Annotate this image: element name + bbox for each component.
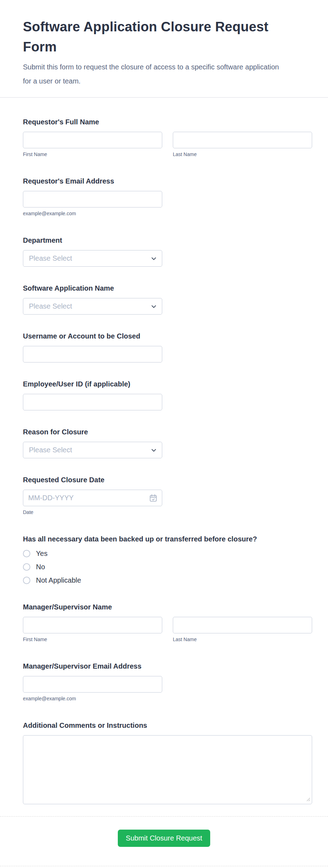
radio-label: No (36, 563, 45, 571)
manager-email-input[interactable] (23, 676, 162, 693)
field-requested-closure-date: Requested Closure Date Date (23, 475, 312, 515)
chevron-down-icon (151, 255, 157, 262)
form-header: Software Application Closure Request For… (0, 0, 328, 98)
username-account-input[interactable] (23, 346, 162, 362)
date-sublabel: Date (23, 509, 312, 515)
requestor-email-input[interactable] (23, 191, 162, 207)
field-employee-user-id: Employee/User ID (if applicable) (23, 379, 312, 410)
radio-label: Not Applicable (36, 576, 81, 584)
email-example-sublabel: example@example.com (23, 695, 312, 702)
field-label: Manager/Supervisor Email Address (23, 661, 312, 671)
field-manager-name: Manager/Supervisor Name First Name Last … (23, 602, 312, 643)
field-requestor-full-name: Requestor's Full Name First Name Last Na… (23, 117, 312, 157)
radio-option-no[interactable]: No (23, 560, 312, 574)
field-label: Has all necessary data been backed up or… (23, 534, 312, 544)
radio-label: Yes (36, 550, 48, 558)
field-label: Manager/Supervisor Name (23, 602, 312, 612)
page-title: Software Application Closure Request For… (23, 17, 302, 57)
chevron-down-icon (151, 303, 157, 310)
manager-last-name-input[interactable] (173, 617, 312, 633)
field-reason-for-closure: Reason for Closure Please Select (23, 427, 312, 458)
field-label: Username or Account to be Closed (23, 331, 312, 341)
select-placeholder: Please Select (29, 446, 72, 454)
email-example-sublabel: example@example.com (23, 210, 312, 217)
field-label: Department (23, 235, 312, 245)
date-input[interactable] (23, 490, 162, 506)
department-select[interactable]: Please Select (23, 250, 162, 267)
chevron-down-icon (151, 447, 157, 453)
field-label: Requestor's Full Name (23, 117, 312, 127)
field-username-account: Username or Account to be Closed (23, 331, 312, 362)
form-body: Requestor's Full Name First Name Last Na… (0, 98, 328, 816)
last-name-sublabel: Last Name (173, 636, 312, 643)
software-application-select[interactable]: Please Select (23, 298, 162, 315)
calendar-icon[interactable] (149, 494, 158, 502)
page-subtitle: Submit this form to request the closure … (23, 60, 286, 88)
radio-group: Yes No Not Applicable (23, 547, 312, 587)
radio-option-yes[interactable]: Yes (23, 547, 312, 560)
field-requestor-email: Requestor's Email Address example@exampl… (23, 176, 312, 217)
radio-option-not-applicable[interactable]: Not Applicable (23, 574, 312, 587)
field-software-application-name: Software Application Name Please Select (23, 283, 312, 315)
field-label: Software Application Name (23, 283, 312, 293)
employee-user-id-input[interactable] (23, 394, 162, 410)
form-page: Software Application Closure Request For… (0, 0, 328, 866)
field-manager-email: Manager/Supervisor Email Address example… (23, 661, 312, 702)
select-placeholder: Please Select (29, 254, 72, 262)
field-label: Employee/User ID (if applicable) (23, 379, 312, 389)
field-data-backup-radio-group: Has all necessary data been backed up or… (23, 534, 312, 587)
field-label: Requestor's Email Address (23, 176, 312, 186)
field-label: Requested Closure Date (23, 475, 312, 485)
manager-first-name-input[interactable] (23, 617, 162, 633)
field-label: Reason for Closure (23, 427, 312, 437)
radio-circle[interactable] (23, 577, 30, 584)
field-department: Department Please Select (23, 235, 312, 267)
last-name-sublabel: Last Name (173, 151, 312, 157)
first-name-sublabel: First Name (23, 151, 162, 157)
field-additional-comments: Additional Comments or Instructions (23, 720, 312, 804)
radio-circle[interactable] (23, 563, 30, 571)
field-label: Additional Comments or Instructions (23, 720, 312, 730)
first-name-sublabel: First Name (23, 636, 162, 643)
reason-for-closure-select[interactable]: Please Select (23, 442, 162, 458)
submit-button[interactable]: Submit Closure Request (118, 830, 210, 847)
requestor-first-name-input[interactable] (23, 132, 162, 148)
radio-circle[interactable] (23, 550, 30, 557)
comments-textarea[interactable] (23, 735, 312, 804)
submit-section: Submit Closure Request (0, 816, 328, 866)
requestor-last-name-input[interactable] (173, 132, 312, 148)
select-placeholder: Please Select (29, 302, 72, 310)
